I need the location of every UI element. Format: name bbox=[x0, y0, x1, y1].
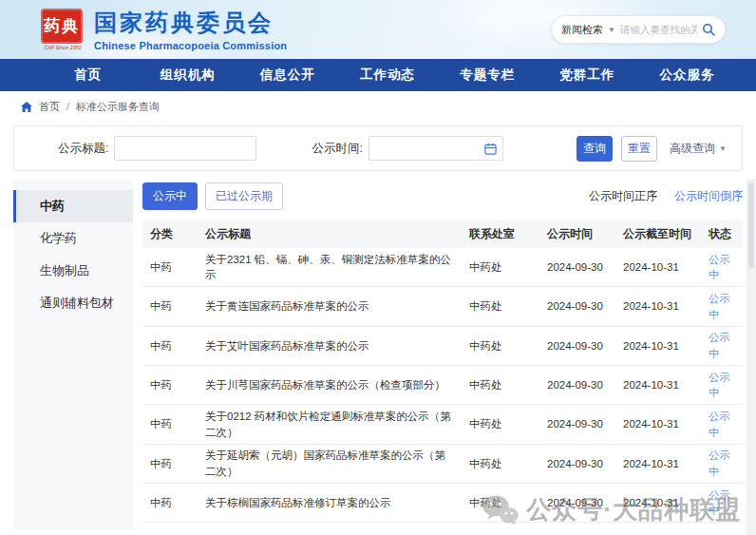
row-title-link[interactable]: 关于0212 药材和饮片检定通则标准草案的公示（第二次） bbox=[205, 411, 451, 438]
sidebar-item-label: 化学药 bbox=[40, 231, 77, 245]
site-header: 药典 ChP Since 1950 国家药典委员会 Chinese Pharma… bbox=[0, 0, 756, 59]
search-icon[interactable] bbox=[702, 23, 715, 36]
table-column-header: 公示截至时间 bbox=[615, 220, 701, 248]
table-column-header: 公示时间 bbox=[539, 220, 615, 248]
table-header-row: 分类公示标题联系处室公示时间公示截至时间状态 bbox=[142, 220, 743, 248]
scrollbar[interactable] bbox=[747, 179, 756, 535]
row-deadline-date: 2024-10-31 bbox=[615, 326, 701, 365]
sort-time-descending[interactable]: 公示时间倒序 bbox=[674, 188, 743, 204]
nav-item[interactable]: 组织机构 bbox=[138, 67, 237, 84]
row-title-link[interactable]: 关于黄连国家药品标准草案的公示 bbox=[205, 300, 369, 312]
row-status-link[interactable]: 公示中 bbox=[709, 293, 730, 320]
filter-actions: 查询 重置 高级查询 ▼ bbox=[576, 136, 727, 162]
row-category: 中药 bbox=[142, 405, 198, 444]
table-column-header: 公示标题 bbox=[198, 220, 462, 248]
site-logo[interactable]: 药典 ChP Since 1950 国家药典委员会 Chinese Pharma… bbox=[41, 8, 287, 51]
row-category: 中药 bbox=[142, 523, 198, 529]
nav-item[interactable]: 公众服务 bbox=[637, 67, 737, 84]
table-row: 中药 关于2321 铅、镉、砷、汞、铜测定法标准草案的公示 中药处 2024-0… bbox=[142, 248, 743, 287]
table-row: 中药 关于川芎国家药品标准草案的公示（检查项部分） 中药处 2024-09-30… bbox=[142, 366, 743, 405]
row-category: 中药 bbox=[142, 248, 198, 287]
nav-item[interactable]: 首页 bbox=[38, 67, 138, 84]
row-deadline-date: 2024-10-31 bbox=[615, 366, 701, 405]
site-subtitle: Chinese Pharmacopoeia Commission bbox=[94, 40, 287, 51]
sidebar-item[interactable]: 化学药 bbox=[13, 222, 133, 255]
advanced-query-button[interactable]: 高级查询 ▼ bbox=[670, 141, 727, 157]
nav-item[interactable]: 党群工作 bbox=[538, 67, 637, 84]
table-column-header: 状态 bbox=[701, 220, 743, 248]
main-nav: 首页 组织机构 信息公开 工作动态 专题专栏 党群工作 公众服务 bbox=[0, 59, 756, 91]
reset-button[interactable]: 重置 bbox=[621, 136, 657, 162]
scrollbar-thumb[interactable] bbox=[748, 182, 754, 268]
row-publish-date: 2024-09-30 bbox=[539, 366, 615, 405]
row-status-link[interactable]: 公示中 bbox=[709, 411, 730, 438]
row-publish-date: 2024-09-30 bbox=[539, 287, 615, 326]
sidebar-item-label: 中药 bbox=[40, 199, 65, 213]
table-row: 中药 关于艾叶国家药品标准草案的公示 中药处 2024-09-30 2024-1… bbox=[142, 326, 743, 365]
publication-table: 分类公示标题联系处室公示时间公示截至时间状态 中药 关于2321 铅、镉、砷、汞… bbox=[142, 220, 743, 529]
row-status-link[interactable]: 公示中 bbox=[709, 528, 730, 529]
search-category-dropdown[interactable]: 新闻检索 bbox=[561, 23, 603, 37]
row-title-link[interactable]: 关于川芎国家药品标准草案的公示（检查项部分） bbox=[205, 379, 445, 391]
table-column-header: 分类 bbox=[142, 220, 198, 248]
sidebar-item[interactable]: 中药 bbox=[13, 190, 133, 222]
breadcrumb-home-link[interactable]: 首页 bbox=[39, 100, 60, 114]
row-office: 中药处 bbox=[462, 405, 539, 444]
breadcrumb: 首页 / 标准公示服务查询 bbox=[0, 91, 756, 122]
table-row: 中药 关于0212 药材和饮片检定通则标准草案的公示（第二次） 中药处 2024… bbox=[142, 405, 743, 444]
row-publish-date: 2024-09-30 bbox=[539, 444, 615, 483]
sidebar-item-label: 生物制品 bbox=[40, 263, 89, 277]
publication-list: 公示中 已过公示期 公示时间正序 公示时间倒序 分类公示标题联系处室公示时间公示… bbox=[142, 181, 743, 529]
row-category: 中药 bbox=[142, 484, 198, 523]
nav-item[interactable]: 信息公开 bbox=[237, 67, 337, 84]
nav-item[interactable]: 工作动态 bbox=[337, 67, 437, 84]
row-title-link[interactable]: 关于艾叶国家药品标准草案的公示 bbox=[205, 340, 369, 352]
content-area: 中药 化学药 生物制品 通则辅料包材 公示中 已过公示期 公示 bbox=[13, 181, 743, 529]
tab-in-publicity[interactable]: 公示中 bbox=[142, 182, 198, 210]
filter-panel: 公示标题: 公示时间: 查询 重置 高级查询 ▼ bbox=[13, 125, 743, 171]
row-deadline-date: 2024-10-31 bbox=[615, 405, 701, 444]
filter-time-input[interactable] bbox=[369, 136, 503, 161]
breadcrumb-separator: / bbox=[66, 101, 69, 112]
row-publish-date: 2024-09-30 bbox=[539, 248, 615, 287]
row-category: 中药 bbox=[142, 287, 198, 326]
calendar-icon[interactable] bbox=[484, 143, 497, 155]
row-office: 中药处 bbox=[462, 444, 539, 483]
nav-item[interactable]: 专题专栏 bbox=[438, 67, 538, 84]
row-title-link[interactable]: 关于2321 铅、镉、砷、汞、铜测定法标准草案的公示 bbox=[205, 254, 451, 281]
row-deadline-date: 2024-10-31 bbox=[615, 248, 701, 287]
row-status-link[interactable]: 公示中 bbox=[709, 254, 730, 281]
sidebar-item-label: 通则辅料包材 bbox=[40, 296, 114, 310]
table-row: 中药 关于黄连国家药品标准草案的公示 中药处 2024-09-30 2024-1… bbox=[142, 287, 743, 326]
chevron-down-icon: ▼ bbox=[719, 144, 727, 153]
home-icon[interactable] bbox=[21, 102, 32, 112]
row-deadline-date: 2024-10-31 bbox=[615, 523, 701, 529]
search-input[interactable] bbox=[620, 24, 697, 35]
chevron-down-icon[interactable]: ▼ bbox=[608, 26, 615, 34]
site-titles: 国家药典委员会 Chinese Pharmacopoeia Commission bbox=[94, 8, 287, 51]
table-row: 中药 关于延胡索（元胡）国家药品标准草案的公示（第二次） 中药处 2024-09… bbox=[142, 444, 743, 483]
sort-time-ascending[interactable]: 公示时间正序 bbox=[589, 188, 657, 204]
row-title-link[interactable]: 关于棕榈国家药品标准修订草案的公示 bbox=[205, 497, 391, 508]
row-publish-date: 2024-09-30 bbox=[539, 523, 615, 529]
row-title-link[interactable]: 关于延胡索（元胡）国家药品标准草案的公示（第二次） bbox=[205, 449, 445, 477]
row-status-link[interactable]: 公示中 bbox=[709, 332, 730, 359]
row-deadline-date: 2024-10-31 bbox=[615, 287, 701, 326]
logo-tagline: ChP Since 1950 bbox=[43, 45, 82, 49]
row-office: 中药处 bbox=[462, 366, 539, 405]
row-status-link[interactable]: 公示中 bbox=[709, 449, 730, 477]
table-column-header: 联系处室 bbox=[462, 220, 539, 248]
site-title: 国家药典委员会 bbox=[94, 8, 287, 38]
tab-expired[interactable]: 已过公示期 bbox=[205, 182, 283, 210]
list-toolbar: 公示中 已过公示期 公示时间正序 公示时间倒序 bbox=[142, 182, 743, 210]
breadcrumb-current: 标准公示服务查询 bbox=[76, 100, 160, 114]
sidebar-item[interactable]: 通则辅料包材 bbox=[13, 287, 133, 319]
filter-title-label: 公示标题: bbox=[58, 141, 108, 157]
advanced-query-label: 高级查询 bbox=[670, 141, 715, 157]
query-button[interactable]: 查询 bbox=[576, 136, 613, 162]
row-publish-date: 2024-09-30 bbox=[539, 484, 615, 523]
row-status-link[interactable]: 公示中 bbox=[709, 489, 730, 517]
row-status-link[interactable]: 公示中 bbox=[709, 372, 730, 399]
filter-title-input[interactable] bbox=[114, 136, 256, 161]
sidebar-item[interactable]: 生物制品 bbox=[13, 255, 133, 287]
